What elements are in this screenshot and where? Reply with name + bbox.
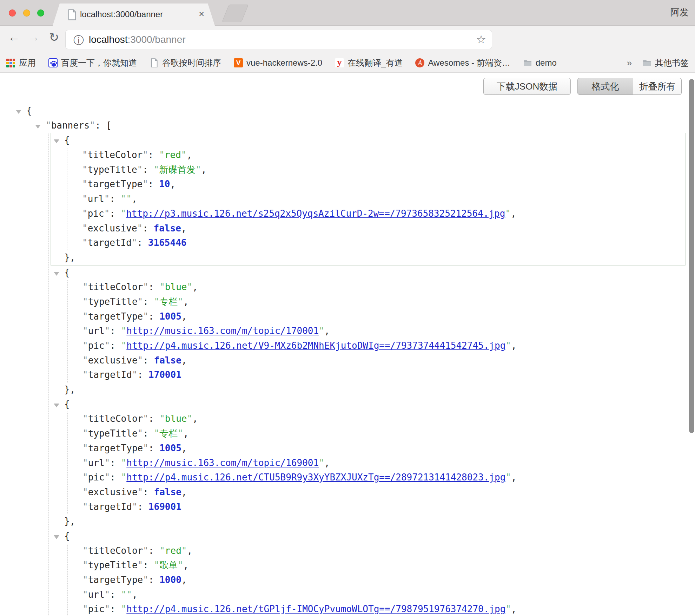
json-url-link[interactable]: http://music.163.com/m/topic/170001 [126,326,319,336]
json-key: url [82,589,110,600]
tab-strip: localhost:3000/banner × 阿发 [0,0,695,26]
url-host: localhost [89,34,128,45]
bookmark-apps[interactable]: 应用 [6,57,36,68]
json-array-item-1: titleColorblue typeTitle专栏 targetType100… [49,266,695,397]
json-field-url: urlhttp://music.163.com/m/topic/170001 [68,324,695,339]
json-boolean-value: false [154,355,181,366]
bookmarks-bar: 应用 百度一下，你就知道 谷歌按时间排序 V vue-hackernews-2.… [0,53,695,73]
json-field-exclusive: exclusivefalse [67,221,685,236]
json-field-pic: pichttp://p4.music.126.net/CTU5B9R9y3XyY… [68,470,695,485]
json-key: banners [46,120,95,131]
format-button[interactable]: 格式化 [577,78,633,95]
download-json-button[interactable]: 下载JSON数据 [483,78,571,95]
json-field-titleColor: titleColorblue [68,280,695,295]
json-boolean-value: false [154,223,181,234]
json-field-url: url [67,192,685,207]
json-string-value: red [159,545,187,556]
bookmark-label: 在线翻译_有道 [348,57,403,68]
json-string-value: blue [159,282,192,292]
json-number-value: 1005 [159,443,181,453]
json-key: titleColor [82,150,148,160]
json-object-close [49,514,695,529]
json-string-value: 新碟首发 [154,164,201,175]
json-key: targetType [82,179,148,189]
awesomes-icon: A [415,58,424,67]
json-url-link[interactable]: http://music.163.com/m/topic/169001 [126,458,319,468]
json-field-targetType: targetType1000 [68,573,695,588]
json-string-value: 专栏 [154,428,183,439]
json-field-typeTitle: typeTitle歌单 [68,558,695,573]
json-field-targetId: targetId170001 [68,368,695,382]
bookmark-vue-hackernews[interactable]: V vue-hackernews-2.0 [234,58,322,68]
page-info-icon[interactable]: ⓘ [73,33,84,48]
json-key: pic [82,604,110,614]
bookmark-label: Awesomes - 前端资… [428,57,510,68]
bookmark-youdao[interactable]: y 在线翻译_有道 [335,57,403,68]
tab-close-icon[interactable]: × [199,9,204,20]
profile-name[interactable]: 阿发 [670,6,689,19]
json-field-typeTitle: typeTitle专栏 [68,426,695,441]
toolbar: ← → ↻ ⓘ localhost:3000/banner ☆ V 英⇄en F… [0,26,695,53]
address-bar[interactable]: ⓘ localhost:3000/banner ☆ [65,30,492,49]
json-number-value: 3165446 [148,237,187,248]
json-field-typeTitle: typeTitle专栏 [68,295,695,309]
json-key: targetId [82,369,138,380]
collapse-all-button[interactable]: 折叠所有 [633,78,682,95]
close-window-button[interactable] [9,9,16,17]
json-key: exclusive [82,355,143,366]
json-string-value: 歌单 [154,560,183,570]
bookmark-label: 应用 [19,57,36,68]
collapse-triangle-icon[interactable] [54,272,59,276]
bookmark-google-sort[interactable]: 谷歌按时间排序 [150,57,221,68]
bookmark-other-folder[interactable]: 其他书签 [642,57,689,68]
json-root-open [16,104,695,118]
minimize-window-button[interactable] [23,9,30,17]
json-boolean-value: false [154,487,181,497]
back-icon[interactable]: ← [6,30,22,44]
folder-icon [642,58,651,67]
json-key: pic [82,472,110,483]
json-url-link[interactable]: http://p4.music.126.net/CTU5B9R9y3XyYBZX… [126,472,505,483]
collapse-triangle-icon[interactable] [54,139,59,143]
scrollbar-thumb[interactable] [689,79,694,433]
bookmarks-overflow-chevron[interactable]: » [627,58,632,68]
json-number-value: 169001 [148,502,181,512]
youdao-icon: y [335,58,344,67]
bookmark-star-icon[interactable]: ☆ [476,33,486,46]
json-key: typeTitle [82,296,143,307]
json-key: typeTitle [82,560,143,570]
json-string-value: blue [159,413,192,424]
page-content: 下载JSON数据 格式化 折叠所有 banners titleColorred … [0,73,695,616]
fullscreen-window-button[interactable] [37,9,44,17]
bookmark-baidu[interactable]: 百度一下，你就知道 [48,57,137,68]
json-key: typeTitle [82,164,143,175]
json-key: exclusive [82,487,143,497]
json-url-link[interactable]: http://p3.music.126.net/s25q2x5QyqsAzilC… [126,208,505,219]
json-field-targetId: targetId3165446 [67,236,685,250]
url-text[interactable]: localhost:3000/banner [89,34,186,45]
collapse-triangle-icon[interactable] [54,535,59,539]
json-field-url: urlhttp://music.163.com/m/topic/169001 [68,456,695,471]
json-banners-line: banners [29,118,695,133]
json-field-typeTitle: typeTitle新碟首发 [67,163,685,177]
json-key: titleColor [82,282,148,292]
new-tab-button[interactable] [222,5,249,22]
json-key: exclusive [82,223,143,234]
bookmark-demo-folder[interactable]: demo [523,58,557,68]
json-field-titleColor: titleColorred [68,544,695,558]
json-url-link[interactable]: http://p4.music.126.net/tGPljf-IMOCyPvum… [126,604,505,614]
reload-icon[interactable]: ↻ [46,30,62,44]
folder-icon [523,58,532,67]
collapse-triangle-icon[interactable] [54,404,59,407]
tab-title: localhost:3000/banner [80,9,163,19]
json-field-targetType: targetType10 [67,177,685,192]
collapse-triangle-icon[interactable] [35,125,41,129]
browser-tab[interactable]: localhost:3000/banner × [53,4,215,26]
json-object-close [51,250,685,265]
bookmark-awesomes[interactable]: A Awesomes - 前端资… [415,57,510,68]
json-field-exclusive: exclusivefalse [68,353,695,368]
json-url-link[interactable]: http://p4.music.126.net/V9-MXz6b2MNhEKju… [126,340,505,351]
url-path: :3000/banner [128,34,186,45]
json-field-exclusive: exclusivefalse [68,485,695,500]
collapse-triangle-icon[interactable] [16,110,21,114]
